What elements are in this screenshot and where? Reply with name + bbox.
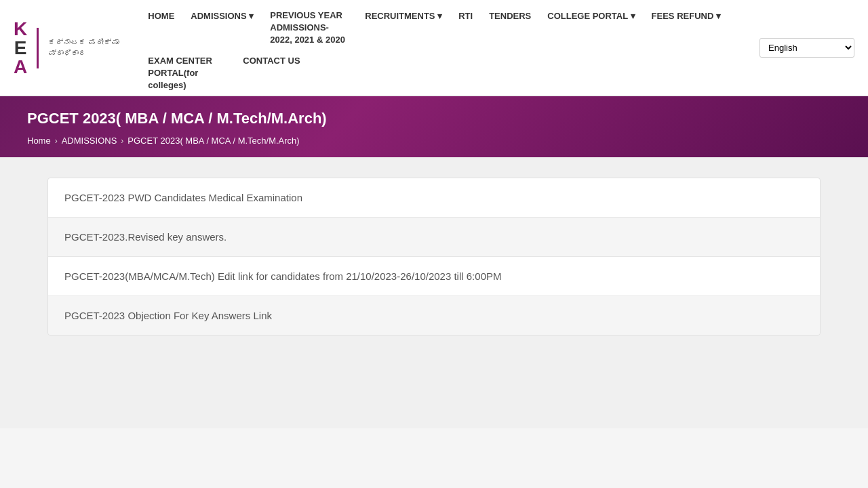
breadcrumb-current: PGCET 2023( MBA / MCA / M.Tech/M.Arch)	[127, 136, 299, 146]
breadcrumb-sep-2: ›	[121, 136, 123, 146]
main-content: PGCET-2023 PWD Candidates Medical Examin…	[0, 157, 868, 428]
list-item-text: PGCET-2023 PWD Candidates Medical Examin…	[64, 192, 302, 203]
nav-item-exam-center[interactable]: EXAM CENTER PORTAL(for colleges)	[140, 51, 235, 96]
fees-refund-dropdown-arrow: ▾	[716, 11, 721, 21]
breadcrumb-home[interactable]: Home	[27, 136, 51, 146]
list-item-text: PGCET-2023 Objection For Key Answers Lin…	[64, 310, 272, 321]
nav-item-rti[interactable]: RTI	[450, 5, 481, 26]
nav-item-contact[interactable]: CONTACT US	[235, 51, 308, 71]
kea-text-line1: ಕರ್ನಾಟಕ ಪರೀಕ್ಷಾ	[48, 37, 119, 47]
nav-link-tenders[interactable]: TENDERS	[481, 5, 539, 26]
list-item[interactable]: PGCET-2023 PWD Candidates Medical Examin…	[48, 178, 820, 218]
admissions-dropdown-arrow: ▾	[249, 11, 254, 21]
kea-k-letter: K	[14, 20, 27, 39]
college-portal-dropdown-arrow: ▾	[631, 11, 635, 21]
list-item[interactable]: PGCET-2023(MBA/MCA/M.Tech) Edit link for…	[48, 257, 820, 296]
nav-dropdown-contact[interactable]: CONTACT US	[235, 51, 308, 71]
list-item-text: PGCET-2023(MBA/MCA/M.Tech) Edit link for…	[64, 270, 501, 282]
list-item[interactable]: PGCET-2023.Revised key answers.	[48, 218, 820, 257]
nav-item-college-portal[interactable]: COLLEGE PORTAL ▾	[539, 5, 643, 26]
breadcrumb-sep-1: ›	[55, 136, 58, 146]
kea-text: ಕರ್ನಾಟಕ ಪರೀಕ್ಷಾ ಪ್ರಾಧಿಕಾರ	[48, 37, 119, 58]
nav-dropdown-exam-center[interactable]: EXAM CENTER PORTAL(for colleges)	[140, 51, 235, 96]
language-select[interactable]: English Kannada	[760, 38, 854, 58]
nav-item-previous-year[interactable]: PREVIOUS YEAR ADMISSIONS- 2022, 2021 & 2…	[262, 5, 357, 51]
nav-menu: HOME ADMISSIONS ▾ PREVIOUS YEAR ADMISSIO…	[140, 0, 739, 96]
kea-a-letter: A	[14, 58, 27, 77]
breadcrumb: Home › ADMISSIONS › PGCET 2023( MBA / MC…	[27, 136, 841, 146]
breadcrumb-admissions[interactable]: ADMISSIONS	[62, 136, 117, 146]
nav-link-recruitments[interactable]: RECRUITMENTS ▾	[357, 5, 450, 26]
main-nav: HOME ADMISSIONS ▾ PREVIOUS YEAR ADMISSIO…	[133, 0, 746, 96]
nav-item-home[interactable]: HOME	[140, 5, 182, 26]
nav-link-fees-refund[interactable]: FEES REFUND ▾	[644, 5, 729, 26]
kea-letters: K E A	[14, 20, 27, 77]
nav-link-admissions[interactable]: ADMISSIONS ▾	[182, 5, 262, 26]
banner-title: PGCET 2023( MBA / MCA / M.Tech/M.Arch)	[27, 110, 841, 127]
nav-link-college-portal[interactable]: COLLEGE PORTAL ▾	[539, 5, 643, 26]
nav-dropdown-previous-year[interactable]: PREVIOUS YEAR ADMISSIONS- 2022, 2021 & 2…	[262, 5, 357, 51]
content-box: PGCET-2023 PWD Candidates Medical Examin…	[47, 178, 821, 336]
nav-item-admissions[interactable]: ADMISSIONS ▾	[182, 5, 262, 26]
logo-box: K E A ಕರ್ನಾಟಕ ಪರೀಕ್ಷಾ ಪ್ರಾಧಿಕಾರ	[14, 20, 119, 77]
kea-text-line2: ಪ್ರಾಧಿಕಾರ	[48, 48, 119, 58]
kea-e-letter: E	[14, 39, 27, 58]
recruitments-dropdown-arrow: ▾	[437, 11, 442, 21]
nav-link-home[interactable]: HOME	[140, 5, 182, 26]
nav-link-rti[interactable]: RTI	[450, 5, 481, 26]
page-banner: PGCET 2023( MBA / MCA / M.Tech/M.Arch) H…	[0, 96, 868, 157]
logo-divider	[37, 28, 39, 68]
nav-item-tenders[interactable]: TENDERS	[481, 5, 539, 26]
list-item-text: PGCET-2023.Revised key answers.	[64, 231, 226, 243]
nav-item-recruitments[interactable]: RECRUITMENTS ▾	[357, 5, 450, 26]
language-area: English Kannada	[746, 0, 854, 96]
nav-item-fees-refund[interactable]: FEES REFUND ▾	[644, 5, 729, 26]
header: K E A ಕರ್ನಾಟಕ ಪರೀಕ್ಷಾ ಪ್ರಾಧಿಕಾರ HOME ADM…	[0, 0, 868, 96]
logo-area: K E A ಕರ್ನಾಟಕ ಪರೀಕ್ಷಾ ಪ್ರಾಧಿಕಾರ	[14, 0, 133, 96]
list-item[interactable]: PGCET-2023 Objection For Key Answers Lin…	[48, 296, 820, 335]
